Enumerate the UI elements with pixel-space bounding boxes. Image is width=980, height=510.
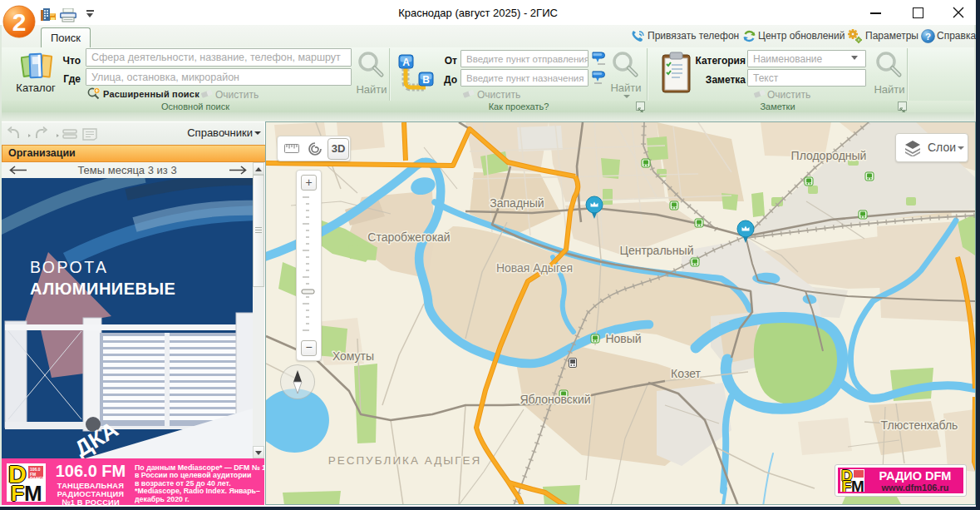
svg-text:Тлюстенхабль: Тлюстенхабль <box>881 418 958 432</box>
svg-text:Хомуты: Хомуты <box>332 349 374 363</box>
svg-text:ВОРОТА: ВОРОТА <box>30 258 109 276</box>
svg-text:Центральный: Центральный <box>620 244 694 257</box>
svg-text:Западный: Западный <box>490 196 544 210</box>
svg-text:A: A <box>402 57 410 68</box>
svg-text:Яблоновский: Яблоновский <box>520 393 590 406</box>
svg-text:АЛЮМИНИЕВЫЕ: АЛЮМИНИЕВЫЕ <box>30 280 175 298</box>
svg-text:?: ? <box>925 32 931 42</box>
svg-text:2: 2 <box>12 8 27 36</box>
svg-text:РЕСПУБЛИКА АДЫГЕЯ: РЕСПУБЛИКА АДЫГЕЯ <box>328 454 482 467</box>
svg-text:Козет: Козет <box>671 367 701 380</box>
svg-text:Новый: Новый <box>605 332 641 345</box>
svg-text:Старобжегокай: Старобжегокай <box>367 230 450 244</box>
svg-text:Плодородный: Плодородный <box>791 149 867 162</box>
svg-text:Новая Адыгея: Новая Адыгея <box>496 261 573 275</box>
